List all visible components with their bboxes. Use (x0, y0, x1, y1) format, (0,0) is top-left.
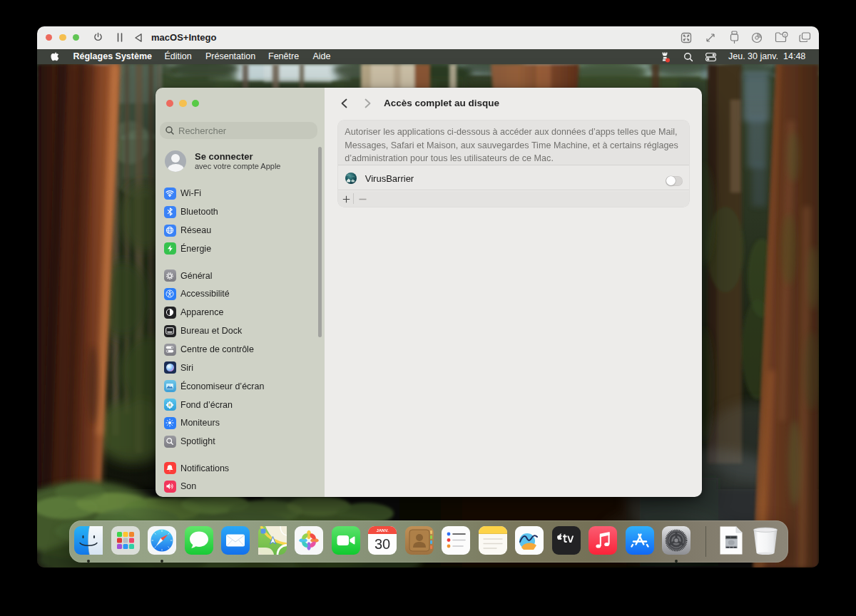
svg-text:30: 30 (374, 536, 390, 552)
svg-text:JANV.: JANV. (376, 528, 388, 533)
